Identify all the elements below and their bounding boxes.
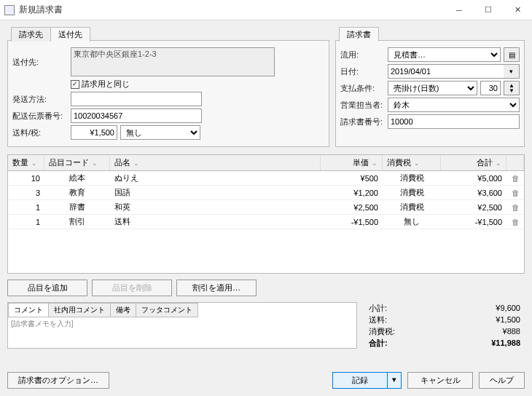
comment-tab-3[interactable]: 備考 xyxy=(111,303,136,317)
same-as-bill-checkbox[interactable]: ✓ 請求用と同じ xyxy=(71,79,130,90)
trash-icon: 🗑 xyxy=(512,174,520,183)
chevron-down-icon: ⌄ xyxy=(92,159,98,167)
total-label: 合計: xyxy=(369,337,388,349)
rep-label: 営業担当者: xyxy=(340,100,388,111)
cell-qty: 1 xyxy=(8,218,44,226)
shipping-value: ¥1,500 xyxy=(496,314,520,325)
date-input[interactable] xyxy=(388,64,504,79)
record-dropdown[interactable]: ▾ xyxy=(388,372,402,389)
cell-code: 割引 xyxy=(44,216,110,227)
cell-code: 教育 xyxy=(44,187,110,198)
table-row[interactable]: 1割引送料-¥1,500無し-¥1,500🗑 xyxy=(8,215,524,229)
table-row[interactable]: 1辞書和英¥2,500消費税¥2,500🗑 xyxy=(8,200,524,215)
line-items-table: 数量⌄ 品目コード⌄ 品名⌄ 単価⌄ 消費税⌄ 合計⌄ 10絵本ぬりえ¥500消… xyxy=(7,154,525,274)
cell-tax: 消費税 xyxy=(383,173,441,183)
comment-tab-2[interactable]: 社内用コメント xyxy=(49,303,111,317)
cell-price: ¥500 xyxy=(321,174,383,183)
comment-textarea[interactable]: [請求書メモを入力] xyxy=(8,317,356,330)
cell-total: -¥1,500 xyxy=(441,218,506,226)
cancel-button[interactable]: キャンセル xyxy=(407,372,473,389)
same-as-bill-label: 請求用と同じ xyxy=(82,79,130,90)
comment-tab-4[interactable]: フッタコメント xyxy=(136,303,198,317)
postage-input[interactable] xyxy=(71,125,117,140)
cell-price: ¥1,200 xyxy=(321,189,383,197)
cell-name: 送料 xyxy=(110,216,321,227)
cell-total: ¥5,000 xyxy=(441,174,506,183)
cell-price: ¥2,500 xyxy=(321,203,383,212)
chevron-down-icon: ⌄ xyxy=(496,159,501,167)
minimize-button[interactable]: ─ xyxy=(445,0,474,20)
shipping-label: 送料: xyxy=(369,314,387,325)
tax-label: 消費税: xyxy=(369,325,395,337)
reuse-label: 流用: xyxy=(340,50,388,60)
col-code[interactable]: 品目コード⌄ xyxy=(44,155,110,170)
totals-panel: 小計:¥9,600 送料:¥1,500 消費税:¥888 合計:¥11,988 xyxy=(364,302,525,349)
terms-select[interactable]: 売掛け(日数) xyxy=(388,81,477,95)
date-label: 日付: xyxy=(340,66,388,77)
record-button[interactable]: 記録 ▾ xyxy=(332,372,402,389)
ship-method-label: 発送方法: xyxy=(12,94,71,105)
col-total[interactable]: 合計⌄ xyxy=(441,155,506,170)
ship-address-textarea[interactable]: 東京都中央区銀座1-2-3 xyxy=(71,47,275,76)
subtotal-value: ¥9,600 xyxy=(496,302,520,314)
help-button[interactable]: ヘルプ xyxy=(479,372,525,389)
document-icon: ▤ xyxy=(509,51,515,59)
row-delete-button[interactable]: 🗑 xyxy=(506,174,524,183)
chevron-down-icon: ⌄ xyxy=(31,159,37,167)
invoice-meta-panel: 請求書 流用: 見積書… ▤ 日付: ▾ 支払条件: 売掛け(日数) xyxy=(335,40,525,147)
col-tax[interactable]: 消費税⌄ xyxy=(383,155,441,170)
maximize-button[interactable]: ☐ xyxy=(474,0,503,20)
ship-panel: 請求先 送付先 送付先: 東京都中央区銀座1-2-3 ✓ 請求用と同じ 発送方法… xyxy=(7,40,329,147)
tracking-input[interactable] xyxy=(71,108,202,123)
add-item-button[interactable]: 品目を追加 xyxy=(7,280,87,296)
postage-tax-select[interactable]: 無し xyxy=(120,125,200,140)
tab-ship-to[interactable]: 送付先 xyxy=(50,27,90,41)
invoice-no-input[interactable] xyxy=(388,114,520,129)
col-name[interactable]: 品名⌄ xyxy=(110,155,321,170)
comments-panel: コメント 社内用コメント 備考 フッタコメント [請求書メモを入力] xyxy=(7,302,357,349)
comment-tab-1[interactable]: コメント xyxy=(8,303,49,317)
col-delete xyxy=(506,155,524,170)
titlebar: 新規請求書 ─ ☐ ✕ xyxy=(0,0,532,20)
close-button[interactable]: ✕ xyxy=(503,0,532,20)
cell-price: -¥1,500 xyxy=(321,218,383,226)
row-delete-button[interactable]: 🗑 xyxy=(506,218,524,226)
cell-tax: 消費税 xyxy=(383,202,441,213)
ship-method-input[interactable] xyxy=(71,92,202,106)
tab-invoice[interactable]: 請求書 xyxy=(339,27,379,41)
delete-item-button[interactable]: 品目を削除 xyxy=(92,280,172,296)
cell-name: 和英 xyxy=(110,202,321,213)
table-header: 数量⌄ 品目コード⌄ 品名⌄ 単価⌄ 消費税⌄ 合計⌄ xyxy=(8,155,524,171)
chevron-down-icon: ⌄ xyxy=(133,159,139,167)
date-picker-button[interactable]: ▾ xyxy=(504,64,520,79)
cell-name: 国語 xyxy=(110,187,321,198)
col-qty[interactable]: 数量⌄ xyxy=(8,155,44,170)
row-delete-button[interactable]: 🗑 xyxy=(506,189,524,197)
total-value: ¥11,988 xyxy=(491,337,520,349)
check-icon: ✓ xyxy=(71,80,79,89)
reuse-select[interactable]: 見積書… xyxy=(388,47,501,62)
record-button-label: 記録 xyxy=(332,372,388,389)
tab-invoice-to[interactable]: 請求先 xyxy=(11,27,51,41)
row-delete-button[interactable]: 🗑 xyxy=(506,203,524,212)
reuse-browse-button[interactable]: ▤ xyxy=(504,47,520,62)
rep-select[interactable]: 鈴木 xyxy=(388,98,520,112)
cell-name: ぬりえ xyxy=(110,173,321,183)
calendar-icon: ▾ xyxy=(509,68,513,75)
apply-discount-button[interactable]: 割引を適用… xyxy=(176,280,257,296)
cell-code: 絵本 xyxy=(44,173,110,183)
cell-tax: 消費税 xyxy=(383,187,441,198)
terms-days-input[interactable] xyxy=(480,81,501,95)
table-row[interactable]: 10絵本ぬりえ¥500消費税¥5,000🗑 xyxy=(8,171,524,186)
postage-label: 送料/税: xyxy=(12,127,71,138)
subtotal-label: 小計: xyxy=(369,302,387,314)
chevron-down-icon: ▾ xyxy=(392,375,396,384)
window-title: 新規請求書 xyxy=(19,4,445,16)
cell-qty: 3 xyxy=(8,189,44,197)
table-row[interactable]: 3教育国語¥1,200消費税¥3,600🗑 xyxy=(8,186,524,200)
col-price[interactable]: 単価⌄ xyxy=(321,155,383,170)
cell-qty: 1 xyxy=(8,203,44,212)
table-body: 10絵本ぬりえ¥500消費税¥5,000🗑3教育国語¥1,200消費税¥3,60… xyxy=(8,171,524,273)
terms-days-stepper[interactable]: ▲▼ xyxy=(504,81,520,95)
invoice-options-button[interactable]: 請求書のオプション… xyxy=(7,372,109,389)
